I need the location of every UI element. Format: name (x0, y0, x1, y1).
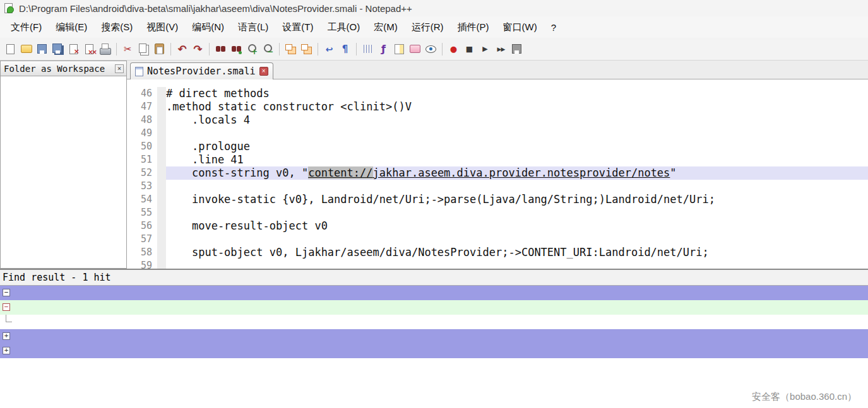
find-result-search-row-1[interactable]: Search "content://" (1 hit in 1 file) (0, 286, 868, 300)
toolbar-separator (356, 43, 357, 55)
sync-vertical-scroll-icon[interactable] (283, 42, 298, 56)
editor-line: 48 .locals 4 (127, 114, 868, 127)
close-file-icon[interactable] (66, 42, 81, 56)
editor-line: 59 (127, 259, 868, 269)
word-wrap-icon[interactable] (322, 42, 336, 56)
replace-icon[interactable] (229, 42, 244, 56)
cut-icon[interactable] (121, 42, 135, 56)
menu-item-run[interactable]: 运行(R) (405, 18, 451, 37)
show-all-characters-icon[interactable] (338, 42, 352, 56)
menu-item-settings[interactable]: 设置(T) (275, 18, 320, 37)
new-file-icon[interactable] (3, 42, 18, 56)
fold-margin (157, 246, 166, 259)
folder-as-workspace-icon[interactable] (408, 42, 422, 56)
menu-item-help[interactable]: ? (544, 18, 563, 37)
editor-line: 50 .prologue (127, 140, 868, 153)
expand-toggle-icon[interactable] (3, 332, 10, 340)
close-all-icon[interactable] (82, 42, 97, 56)
line-number: 56 (127, 219, 157, 233)
find-result-search-row-3[interactable]: Search "isChecked" (1 hit in 1 file) (0, 344, 868, 358)
code-editor[interactable]: 46# direct methods 47.method static cons… (127, 79, 868, 269)
menu-item-tools[interactable]: 工具(O) (320, 18, 367, 37)
function-list-icon[interactable] (376, 42, 391, 56)
code-text: .method static constructor <clinit>()V (166, 100, 868, 114)
fold-margin (157, 193, 166, 206)
code-text: # direct methods (166, 87, 868, 100)
find-result-header: Find result - 1 hit (0, 270, 868, 286)
expand-toggle-icon[interactable] (3, 347, 10, 354)
macro-record-icon[interactable] (446, 42, 461, 56)
find-icon[interactable] (213, 42, 228, 56)
fold-margin (157, 166, 166, 180)
menu-item-plugins[interactable]: 插件(P) (450, 18, 496, 37)
document-map-icon[interactable] (392, 42, 407, 56)
code-segment: const-string v0, " (166, 166, 308, 179)
macro-stop-icon[interactable] (462, 42, 477, 56)
panel-close-icon[interactable] (115, 64, 124, 73)
line-number: 57 (127, 233, 157, 246)
find-result-file-row[interactable]: D:\Program Files\android\diva-beta\smali… (0, 300, 868, 315)
save-all-icon[interactable] (51, 42, 65, 56)
code-segment: " (670, 166, 676, 179)
zoom-out-icon[interactable] (261, 42, 275, 56)
editor-line: 56 move-result-object v0 (127, 219, 868, 233)
file-icon (135, 67, 143, 76)
open-file-icon[interactable] (19, 42, 33, 56)
collapse-toggle-icon[interactable] (3, 289, 10, 296)
paste-icon[interactable] (152, 42, 167, 56)
window-title: D:\Program Files\android\diva-beta\smali… (19, 3, 412, 14)
toolbar-separator (442, 43, 443, 55)
editor-line: 46# direct methods (127, 87, 868, 100)
redo-icon[interactable] (191, 42, 205, 56)
menu-item-window[interactable]: 窗口(W) (496, 18, 544, 37)
line-number: 55 (127, 206, 157, 219)
copy-icon[interactable] (136, 42, 151, 56)
editor-line: 57 (127, 233, 868, 246)
menu-item-view[interactable]: 视图(V) (140, 18, 185, 37)
watermark-text: 安全客（bobao.360.cn） (752, 391, 857, 403)
sync-horizontal-scroll-icon[interactable] (299, 42, 314, 56)
editor-line: 55 (127, 206, 868, 219)
folder-workspace-body[interactable] (0, 76, 127, 269)
menu-item-language[interactable]: 语言(L) (231, 18, 275, 37)
toolbar-separator (209, 43, 210, 55)
indent-guide-icon[interactable] (360, 42, 375, 56)
folder-workspace-title: Folder as Workspace (4, 64, 105, 74)
editor-line: 51 .line 41 (127, 153, 868, 166)
menu-item-file[interactable]: 文件(F) (4, 18, 49, 37)
tab-bar: NotesProvider.smali (127, 61, 868, 79)
zoom-in-icon[interactable] (245, 42, 259, 56)
tab-close-icon[interactable] (259, 67, 268, 76)
line-number: 46 (127, 87, 157, 100)
fold-margin (157, 100, 166, 114)
monitoring-icon[interactable] (424, 42, 438, 56)
print-icon[interactable] (98, 42, 112, 56)
menu-item-encoding[interactable]: 编码(N) (185, 18, 231, 37)
menu-item-macro[interactable]: 宏(M) (367, 18, 405, 37)
save-icon[interactable] (35, 42, 49, 56)
find-result-hit-row[interactable]: Line 52: const-string v0, "content://jak… (0, 315, 868, 329)
menu-bar: 文件(F) 编辑(E) 搜索(S) 视图(V) 编码(N) 语言(L) 设置(T… (0, 16, 868, 38)
folder-workspace-header: Folder as Workspace (0, 61, 127, 76)
fold-margin (157, 87, 166, 100)
undo-icon[interactable] (175, 42, 189, 56)
find-result-search-row-2[interactable]: Search "isChecked" (1 hit in 1 file) (0, 329, 868, 344)
folder-workspace-panel: Folder as Workspace (0, 61, 127, 269)
toolbar-separator (279, 43, 280, 55)
code-text: .locals 4 (166, 114, 868, 127)
code-text-current-line: const-string v0, "content://jakhar.aseem… (166, 166, 868, 180)
editor-line: 54 invoke-static {v0}, Landroid/net/Uri;… (127, 193, 868, 206)
macro-play-icon[interactable] (478, 42, 492, 56)
collapse-toggle-icon[interactable] (3, 303, 10, 311)
tab-notesprovider-smali[interactable]: NotesProvider.smali (130, 62, 273, 79)
code-text (166, 180, 868, 193)
editor-line: 47.method static constructor <clinit>()V (127, 100, 868, 114)
line-number: 59 (127, 259, 157, 269)
fold-margin (157, 127, 166, 140)
macro-run-multiple-icon[interactable] (494, 42, 508, 56)
menu-item-edit[interactable]: 编辑(E) (49, 18, 94, 37)
line-number: 47 (127, 100, 157, 114)
menu-item-search[interactable]: 搜索(S) (94, 18, 140, 37)
editor-line: 53 (127, 180, 868, 193)
macro-save-icon[interactable] (509, 42, 524, 56)
